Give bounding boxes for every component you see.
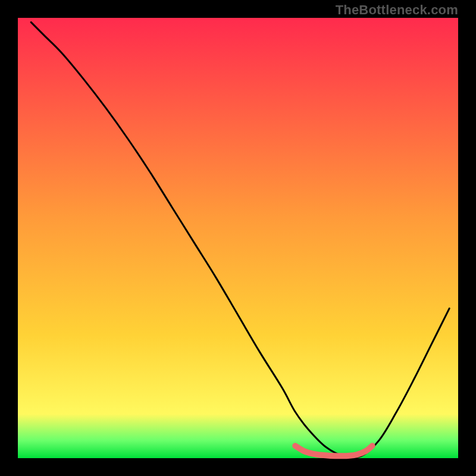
watermark-text: TheBottleneck.com <box>336 2 458 18</box>
chart-container: TheBottleneck.com <box>0 0 476 476</box>
plot-background <box>18 18 458 458</box>
bottleneck-chart <box>0 0 476 476</box>
